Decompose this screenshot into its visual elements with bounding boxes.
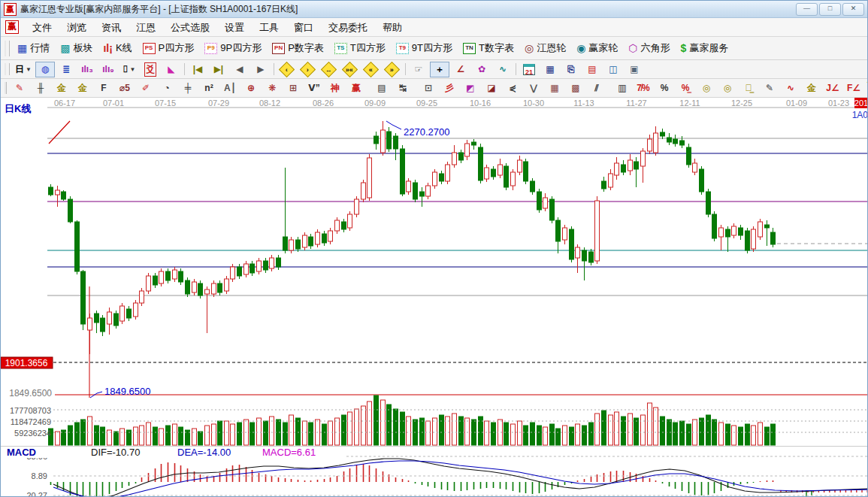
percent-tool[interactable]: % bbox=[655, 80, 674, 96]
candle-body[interactable] bbox=[407, 181, 411, 192]
candle-body[interactable] bbox=[335, 220, 340, 231]
candle-body[interactable] bbox=[101, 318, 105, 332]
candle-body[interactable] bbox=[746, 231, 750, 250]
gold-angle-tool[interactable]: 金∠ bbox=[865, 80, 868, 96]
candle-body[interactable] bbox=[680, 141, 685, 145]
candle-body[interactable] bbox=[62, 192, 66, 199]
candle-body[interactable] bbox=[95, 314, 99, 323]
menu-item-浏览[interactable]: 浏览 bbox=[59, 20, 94, 35]
candle-body[interactable] bbox=[602, 181, 606, 189]
menu-item-资讯[interactable]: 资讯 bbox=[94, 20, 129, 35]
percent-line-tool[interactable]: %͇ bbox=[676, 80, 695, 96]
wave-button[interactable]: ∿ bbox=[493, 62, 513, 77]
gann-wheel-button[interactable]: ◎江恩轮 bbox=[519, 39, 571, 57]
toolbar-grip[interactable] bbox=[5, 82, 7, 95]
chart-area[interactable]: 06-1707-0107-1507-2908-1208-2609-0909-25… bbox=[1, 98, 867, 497]
candle-body[interactable] bbox=[479, 147, 483, 180]
candle-body[interactable] bbox=[634, 162, 639, 169]
candle-body[interactable] bbox=[706, 192, 711, 214]
candle-body[interactable] bbox=[459, 153, 464, 160]
candle-body[interactable] bbox=[381, 130, 386, 153]
candle-body[interactable] bbox=[212, 283, 216, 294]
gann-fan-tool[interactable]: 彡 bbox=[440, 80, 459, 96]
candle-body[interactable] bbox=[518, 160, 522, 172]
menu-item-公式选股[interactable]: 公式选股 bbox=[163, 20, 217, 35]
pattern-button[interactable]: 爻 bbox=[141, 62, 160, 77]
j-angle-tool[interactable]: J∠ bbox=[823, 80, 842, 96]
candle-body[interactable] bbox=[550, 199, 555, 220]
gold-comb2-tool[interactable]: 金 bbox=[73, 80, 92, 96]
pen2-tool[interactable]: ✎ bbox=[760, 80, 779, 96]
candle-body[interactable] bbox=[511, 172, 516, 186]
candle-body[interactable] bbox=[622, 165, 626, 172]
spiral5-tool[interactable]: ⌀5 bbox=[115, 80, 135, 96]
gann-compass-tool[interactable]: ⊕ bbox=[241, 80, 261, 96]
candle-body[interactable] bbox=[107, 312, 112, 324]
kline-chart[interactable]: 06-1707-0107-1507-2908-1208-2609-0909-25… bbox=[1, 98, 868, 497]
candle-body[interactable] bbox=[173, 270, 177, 279]
candle-body[interactable] bbox=[127, 309, 132, 318]
k-mark-tool[interactable]: Ⅴ” bbox=[304, 80, 324, 96]
candle-body[interactable] bbox=[491, 169, 496, 177]
ying-tool[interactable]: 赢 bbox=[346, 80, 366, 96]
p-number-button[interactable]: PNP数字表 bbox=[267, 39, 329, 57]
candle-body[interactable] bbox=[693, 163, 697, 172]
candle-body[interactable] bbox=[440, 174, 444, 181]
pen-tool[interactable]: ✎ bbox=[10, 80, 29, 96]
candle-body[interactable] bbox=[81, 271, 86, 324]
cycle-tool[interactable]: ◔ bbox=[157, 80, 177, 96]
candle-body[interactable] bbox=[186, 280, 190, 294]
candle-body[interactable] bbox=[120, 306, 125, 321]
n-squared-tool[interactable]: n² bbox=[199, 80, 219, 96]
candle-body[interactable] bbox=[401, 149, 405, 194]
candle-body[interactable] bbox=[673, 139, 678, 144]
ninet-square-button[interactable]: T99T四方形 bbox=[391, 39, 458, 57]
gann-net-button[interactable]: ◍ bbox=[35, 62, 55, 77]
parallel-tool[interactable]: ⫽ bbox=[587, 80, 606, 96]
gann-flower-button[interactable]: ✿ bbox=[472, 62, 491, 77]
candle-body[interactable] bbox=[114, 314, 119, 326]
gold-circle-tool[interactable]: ◎ bbox=[697, 80, 716, 96]
sectors-button[interactable]: ▩板块 bbox=[55, 39, 98, 57]
candle-body[interactable] bbox=[758, 222, 763, 237]
shen-tool[interactable]: 神 bbox=[325, 80, 345, 96]
menu-item-文件[interactable]: 文件 bbox=[25, 20, 59, 35]
skip-start-button[interactable]: |◀ bbox=[188, 62, 207, 77]
t-square-button[interactable]: TST四方形 bbox=[329, 39, 391, 57]
candle-body[interactable] bbox=[543, 198, 548, 208]
crosshair-button[interactable]: ＋ bbox=[430, 62, 449, 77]
fan-box2-tool[interactable]: ◪ bbox=[482, 80, 501, 96]
shift-right-button[interactable]: » bbox=[383, 62, 402, 77]
candle-body[interactable] bbox=[309, 237, 313, 246]
candle-body[interactable] bbox=[531, 181, 535, 192]
candle-body[interactable] bbox=[687, 147, 691, 165]
candle-body[interactable] bbox=[56, 190, 60, 195]
close-button[interactable]: ✕ bbox=[842, 3, 864, 16]
candle-body[interactable] bbox=[563, 228, 567, 240]
web-tool[interactable]: ❋ bbox=[262, 80, 282, 96]
p-square-button[interactable]: PSP四方形 bbox=[138, 39, 200, 57]
candle-body[interactable] bbox=[264, 261, 268, 270]
candle-body[interactable] bbox=[589, 252, 594, 262]
candle-body[interactable] bbox=[192, 282, 197, 292]
candle-body[interactable] bbox=[628, 160, 633, 171]
candle-body[interactable] bbox=[595, 201, 600, 261]
price-ruler-tool[interactable]: ▥ bbox=[612, 80, 632, 96]
candle-body[interactable] bbox=[270, 258, 274, 268]
candle-body[interactable] bbox=[446, 165, 450, 181]
hand-button[interactable]: ☞ bbox=[409, 62, 428, 77]
grid-box-tool[interactable]: ▩ bbox=[566, 80, 585, 96]
candle-body[interactable] bbox=[303, 235, 307, 247]
candle-body[interactable] bbox=[237, 267, 242, 276]
fan-box-tool[interactable]: ◩ bbox=[461, 80, 480, 96]
quotes-button[interactable]: ▦行情 bbox=[12, 39, 55, 57]
candle-body[interactable] bbox=[205, 289, 210, 294]
candle-body[interactable] bbox=[361, 183, 366, 199]
angle-measure-button[interactable]: ∠ bbox=[451, 62, 470, 77]
f-comb-tool[interactable]: F bbox=[94, 80, 113, 96]
skip-end-button[interactable]: ▶| bbox=[209, 62, 228, 77]
compress-button[interactable]: »« bbox=[340, 62, 360, 77]
candle-body[interactable] bbox=[218, 283, 222, 292]
menu-item-窗口[interactable]: 窗口 bbox=[286, 20, 321, 35]
notebook-button[interactable]: ⎘ bbox=[561, 62, 581, 77]
